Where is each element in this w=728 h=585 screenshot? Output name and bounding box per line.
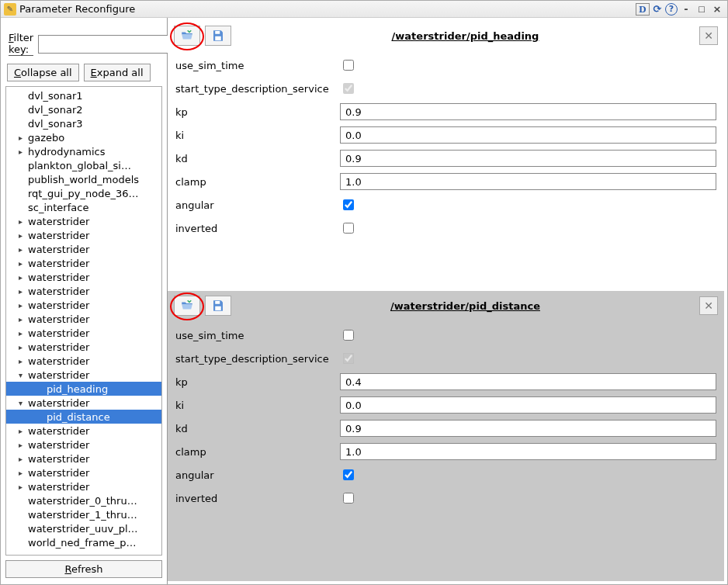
tree-item[interactable]: ▸waterstrider: [6, 479, 161, 493]
filter-row: Filter key:: [9, 32, 159, 56]
param-checkbox[interactable]: [343, 469, 354, 480]
tree-item[interactable]: waterstrider_1_thru…: [6, 507, 161, 521]
tree-arrow-icon[interactable]: ▸: [19, 455, 28, 463]
tree-item[interactable]: waterstrider_0_thru…: [6, 493, 161, 507]
refresh-icon[interactable]: ⟳: [650, 3, 664, 16]
save-params-button[interactable]: [205, 26, 231, 46]
tree-item[interactable]: ▸waterstrider: [6, 452, 161, 466]
param-text-input[interactable]: [340, 126, 716, 144]
tree-item[interactable]: ▸waterstrider: [6, 424, 161, 438]
tree-item[interactable]: dvl_sonar2: [6, 102, 161, 116]
param-text-input[interactable]: [340, 396, 716, 414]
param-control: [340, 126, 716, 144]
tree-arrow-icon[interactable]: ▾: [19, 399, 28, 407]
tree-arrow-icon[interactable]: ▾: [19, 371, 28, 379]
tree-item[interactable]: ▸waterstrider: [6, 270, 161, 284]
tree-arrow-icon[interactable]: ▸: [19, 483, 28, 491]
tree-item-label: waterstrider: [28, 230, 89, 241]
tree-child-item[interactable]: pid_heading: [6, 382, 161, 396]
tree-item[interactable]: ▾waterstrider: [6, 368, 161, 382]
tree-arrow-icon[interactable]: ▸: [19, 301, 28, 310]
tree-arrow-icon[interactable]: ▸: [19, 427, 28, 435]
tree[interactable]: dvl_sonar1dvl_sonar2dvl_sonar3▸gazebo▸hy…: [5, 86, 162, 556]
tree-item-label: waterstrider: [28, 425, 89, 437]
param-checkbox[interactable]: [343, 493, 354, 504]
tree-item[interactable]: plankton_global_si…: [6, 158, 161, 172]
collapse-all-button[interactable]: Collapse all: [7, 64, 79, 81]
tree-arrow-icon[interactable]: ▸: [19, 273, 28, 282]
tree-item[interactable]: ▸waterstrider: [6, 298, 161, 312]
param-row: kd: [175, 417, 716, 440]
help-icon[interactable]: ?: [665, 3, 678, 16]
panel-header: /waterstrider/pid_heading✕: [168, 21, 724, 50]
tree-item[interactable]: ▸gazebo: [6, 130, 161, 144]
param-text-input[interactable]: [340, 373, 716, 390]
tree-arrow-icon[interactable]: ▸: [19, 469, 28, 477]
tree-item[interactable]: ▸waterstrider: [6, 354, 161, 368]
panel-close-button[interactable]: ✕: [699, 296, 718, 315]
save-params-button[interactable]: [205, 296, 231, 316]
tree-item[interactable]: ▸hydrodynamics: [6, 144, 161, 158]
param-checkbox[interactable]: [343, 199, 354, 210]
param-text-input[interactable]: [340, 443, 716, 460]
load-params-button[interactable]: [174, 296, 200, 316]
minimize-button[interactable]: -: [679, 3, 693, 16]
tree-item-label: dvl_sonar2: [28, 104, 83, 116]
panel-close-button[interactable]: ✕: [699, 26, 718, 45]
tree-arrow-icon[interactable]: ▸: [19, 343, 28, 351]
tree-child-item[interactable]: pid_distance: [6, 410, 161, 424]
tree-item[interactable]: ▸waterstrider: [6, 340, 161, 354]
tree-arrow-icon[interactable]: ▸: [19, 259, 28, 268]
panel-header: /waterstrider/pid_distance✕: [168, 291, 724, 320]
tree-item[interactable]: ▸waterstrider: [6, 466, 161, 479]
tree-item[interactable]: sc_interface: [6, 200, 161, 214]
param-checkbox[interactable]: [343, 223, 354, 234]
tree-item[interactable]: ▸waterstrider: [6, 228, 161, 242]
tree-item-label: hydrodynamics: [28, 146, 106, 158]
load-params-button[interactable]: [174, 26, 200, 46]
param-checkbox[interactable]: [343, 60, 354, 71]
param-label: start_type_description_service: [175, 83, 340, 95]
tree-item[interactable]: ▸waterstrider: [6, 438, 161, 452]
d-button[interactable]: D: [636, 3, 650, 16]
tree-item[interactable]: ▸waterstrider: [6, 284, 161, 298]
tree-arrow-icon[interactable]: ▸: [19, 133, 28, 142]
tree-item[interactable]: ▸waterstrider: [6, 214, 161, 228]
tree-item[interactable]: ▸waterstrider: [6, 242, 161, 256]
expand-all-button[interactable]: Expand all: [84, 64, 151, 81]
tree-item[interactable]: dvl_sonar3: [6, 116, 161, 130]
tree-item-label: waterstrider: [28, 467, 89, 479]
tree-item[interactable]: world_ned_frame_p…: [6, 535, 161, 549]
tree-arrow-icon[interactable]: ▸: [19, 441, 28, 449]
close-button[interactable]: ×: [710, 3, 724, 16]
param-text-input[interactable]: [340, 150, 716, 167]
tree-item[interactable]: ▸waterstrider: [6, 256, 161, 270]
tree-arrow-icon[interactable]: ▸: [19, 287, 28, 296]
filter-input[interactable]: [38, 35, 178, 54]
param-text-input[interactable]: [340, 420, 716, 437]
tree-arrow-icon[interactable]: ▸: [19, 329, 28, 338]
app-icon: ✎: [4, 3, 16, 16]
param-checkbox[interactable]: [343, 330, 354, 341]
maximize-button[interactable]: □: [695, 3, 709, 16]
tree-arrow-icon[interactable]: ▸: [19, 217, 28, 226]
param-label: inverted: [175, 223, 340, 234]
tree-item[interactable]: ▾waterstrider: [6, 396, 161, 410]
tree-arrow-icon[interactable]: ▸: [19, 315, 28, 324]
tree-item[interactable]: rqt_gui_py_node_36…: [6, 186, 161, 200]
tree-item[interactable]: dvl_sonar1: [6, 88, 161, 102]
param-row: start_type_description_service: [175, 347, 716, 370]
param-text-input[interactable]: [340, 103, 716, 120]
tree-item[interactable]: ▸waterstrider: [6, 326, 161, 340]
tree-item[interactable]: publish_world_models: [6, 172, 161, 186]
param-text-input[interactable]: [340, 173, 716, 190]
param-control: [340, 197, 716, 213]
refresh-button[interactable]: Refresh: [5, 560, 162, 578]
tree-item-label: dvl_sonar3: [28, 118, 83, 130]
tree-arrow-icon[interactable]: ▸: [19, 147, 28, 156]
tree-item[interactable]: ▸waterstrider: [6, 312, 161, 326]
tree-arrow-icon[interactable]: ▸: [19, 357, 28, 365]
tree-item[interactable]: waterstrider_uuv_pl…: [6, 521, 161, 535]
tree-arrow-icon[interactable]: ▸: [19, 245, 28, 254]
tree-arrow-icon[interactable]: ▸: [19, 231, 28, 240]
